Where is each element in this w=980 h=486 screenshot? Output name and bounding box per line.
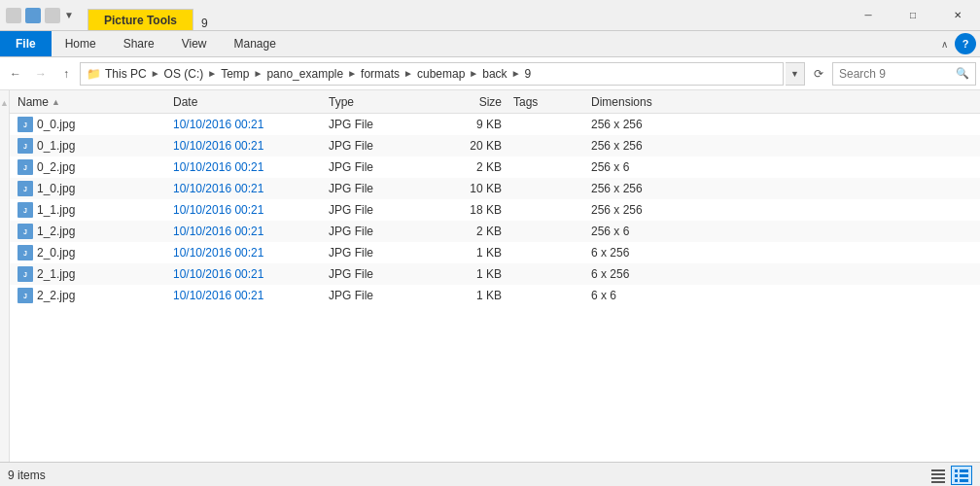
tab-share[interactable]: Share (110, 31, 168, 56)
picture-tools-tab[interactable]: Picture Tools (88, 9, 193, 30)
file-name: J 1_1.jpg (18, 202, 173, 218)
file-date: 10/10/2016 00:21 (173, 267, 329, 281)
jpg-icon: J (18, 202, 33, 218)
forward-button[interactable]: → (29, 62, 52, 86)
path-formats[interactable]: formats (361, 67, 400, 81)
file-dimensions: 6 x 256 (591, 246, 708, 260)
table-row[interactable]: J 1_2.jpg 10/10/2016 00:21 JPG File 2 KB… (10, 221, 980, 242)
table-row[interactable]: J 2_0.jpg 10/10/2016 00:21 JPG File 1 KB… (10, 242, 980, 263)
jpg-icon: J (18, 266, 33, 282)
quick-access-arrow[interactable]: ▼ (64, 10, 74, 20)
file-dimensions: 6 x 256 (591, 267, 708, 281)
up-button[interactable]: ↑ (54, 62, 78, 86)
path-9[interactable]: 9 (525, 67, 532, 81)
path-sep-2: ► (207, 68, 217, 79)
file-name: J 0_0.jpg (18, 117, 173, 132)
table-row[interactable]: J 1_0.jpg 10/10/2016 00:21 JPG File 10 K… (10, 178, 980, 199)
col-header-name[interactable]: Name ▲ (18, 95, 173, 109)
table-row[interactable]: J 0_0.jpg 10/10/2016 00:21 JPG File 9 KB… (10, 114, 980, 135)
col-header-date[interactable]: Date (173, 95, 329, 109)
file-date: 10/10/2016 00:21 (173, 139, 329, 153)
file-type: JPG File (329, 289, 436, 302)
path-thispc[interactable]: This PC (105, 67, 147, 81)
path-osc[interactable]: OS (C:) (164, 67, 204, 81)
ribbon: File Home Share View Manage ∧ ? (0, 31, 980, 57)
jpg-icon: J (18, 288, 33, 303)
address-path[interactable]: 📁 This PC ► OS (C:) ► Temp ► pano_exampl… (80, 62, 784, 86)
ribbon-expand-button[interactable]: ∧ (933, 33, 955, 54)
table-row[interactable]: J 2_2.jpg 10/10/2016 00:21 JPG File 1 KB… (10, 285, 980, 306)
file-type: JPG File (329, 246, 436, 260)
svg-rect-2 (931, 477, 945, 479)
file-date: 10/10/2016 00:21 (173, 118, 329, 131)
file-size: 2 KB (436, 225, 513, 238)
col-header-size[interactable]: Size (436, 95, 513, 109)
file-dimensions: 256 x 6 (591, 160, 708, 174)
col-header-type[interactable]: Type (329, 95, 436, 109)
tab-home[interactable]: Home (52, 31, 110, 56)
file-list: Name ▲ Date Type Size Tags Dimensions J (10, 90, 980, 462)
file-size: 18 KB (436, 203, 513, 217)
file-dimensions: 256 x 256 (591, 139, 708, 153)
tab-view[interactable]: View (168, 31, 221, 56)
path-back[interactable]: back (482, 67, 507, 81)
undo-icon[interactable] (45, 8, 60, 23)
save-icon[interactable] (25, 8, 41, 23)
list-view-button[interactable] (928, 466, 949, 485)
svg-rect-4 (955, 469, 958, 472)
title-bar-icons: ▼ (0, 0, 80, 30)
file-size: 1 KB (436, 267, 513, 281)
column-headers: Name ▲ Date Type Size Tags Dimensions (10, 90, 980, 114)
close-button[interactable]: ✕ (935, 0, 980, 31)
path-pano[interactable]: pano_example (266, 67, 343, 81)
help-button[interactable]: ? (955, 33, 976, 54)
list-view-icon (930, 468, 946, 483)
tab-manage[interactable]: Manage (221, 31, 290, 56)
view-toggle-buttons (928, 466, 972, 485)
path-sep-5: ► (403, 68, 413, 79)
path-sep-1: ► (151, 68, 160, 79)
col-header-dimensions[interactable]: Dimensions (591, 95, 708, 109)
search-icon[interactable]: 🔍 (956, 67, 969, 80)
file-type: JPG File (329, 160, 436, 174)
path-temp[interactable]: Temp (221, 67, 249, 81)
col-header-tags[interactable]: Tags (513, 95, 591, 109)
file-dimensions: 256 x 256 (591, 182, 708, 195)
path-sep-3: ► (254, 68, 263, 79)
jpg-icon: J (18, 159, 33, 175)
file-size: 1 KB (436, 289, 513, 302)
item-count: 9 items (8, 469, 46, 482)
address-bar: ← → ↑ 📁 This PC ► OS (C:) ► Temp ► pano_… (0, 57, 980, 90)
file-date: 10/10/2016 00:21 (173, 225, 329, 238)
search-box[interactable]: 🔍 (832, 62, 976, 86)
file-date: 10/10/2016 00:21 (173, 160, 329, 174)
svg-rect-5 (960, 469, 968, 472)
jpg-icon: J (18, 224, 33, 239)
details-view-button[interactable] (951, 466, 972, 485)
minimize-button[interactable]: ─ (846, 0, 891, 31)
file-type: JPG File (329, 203, 436, 217)
back-button[interactable]: ← (4, 62, 27, 86)
table-row[interactable]: J 1_1.jpg 10/10/2016 00:21 JPG File 18 K… (10, 199, 980, 221)
maximize-button[interactable]: □ (891, 0, 935, 31)
table-row[interactable]: J 2_1.jpg 10/10/2016 00:21 JPG File 1 KB… (10, 263, 980, 285)
file-type: JPG File (329, 139, 436, 153)
table-row[interactable]: J 0_2.jpg 10/10/2016 00:21 JPG File 2 KB… (10, 156, 980, 178)
status-bar: 9 items (0, 462, 980, 486)
path-sep-6: ► (469, 68, 478, 79)
app-icon (6, 8, 21, 23)
file-type: JPG File (329, 118, 436, 131)
ribbon-tabs: File Home Share View Manage ∧ ? (0, 31, 980, 56)
jpg-icon: J (18, 117, 33, 132)
table-row[interactable]: J 0_1.jpg 10/10/2016 00:21 JPG File 20 K… (10, 135, 980, 156)
main-content: ▲ Name ▲ Date Type Size Tags Dimensions (0, 90, 980, 462)
file-size: 10 KB (436, 182, 513, 195)
path-dropdown-button[interactable]: ▼ (786, 62, 805, 86)
file-name: J 0_1.jpg (18, 138, 173, 154)
jpg-icon: J (18, 245, 33, 260)
path-cubemap[interactable]: cubemap (417, 67, 465, 81)
file-name: J 1_0.jpg (18, 181, 173, 196)
search-input[interactable] (839, 67, 956, 81)
refresh-button[interactable]: ⟳ (807, 62, 830, 86)
tab-file[interactable]: File (0, 31, 52, 56)
